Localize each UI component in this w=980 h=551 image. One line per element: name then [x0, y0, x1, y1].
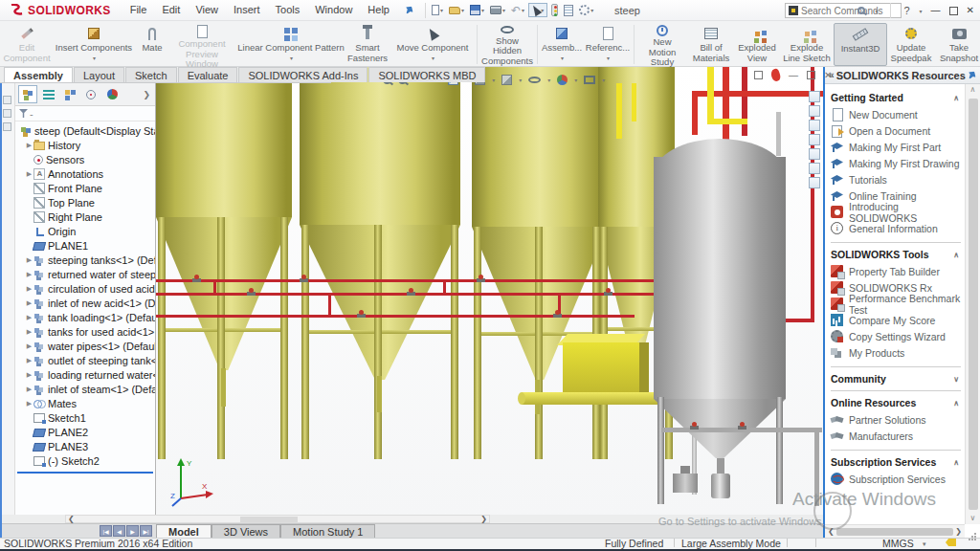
task-pane-horizontal-scrollbar[interactable]: ❮ ❯: [825, 524, 965, 538]
print-button[interactable]: ▾: [488, 5, 507, 15]
section-subscription-services[interactable]: Subscription Services∧: [831, 456, 961, 468]
expand-arrow-icon[interactable]: ▶: [25, 271, 33, 278]
update-speedpak-button[interactable]: Update Speedpak: [887, 23, 935, 66]
tree-filter-bar[interactable]: -: [15, 106, 155, 121]
move-component-button[interactable]: Move Component▾: [390, 23, 475, 66]
task-pane-item[interactable]: New Document: [831, 106, 963, 122]
help-button[interactable]: ?: [903, 5, 909, 16]
task-pane-item[interactable]: Property Tab Builder: [831, 263, 963, 279]
tree-item[interactable]: PLANE2: [15, 425, 155, 439]
chevron-down-icon[interactable]: ▾: [607, 54, 610, 64]
task-pane-item[interactable]: Introducing SOLIDWORKS: [831, 204, 963, 220]
task-pane-item[interactable]: Performance Benchmark Test: [831, 296, 963, 312]
expand-arrow-icon[interactable]: ▶: [25, 386, 33, 393]
previous-study-button[interactable]: ◀: [113, 525, 125, 537]
side-tool-icon[interactable]: [809, 177, 820, 188]
expand-arrow-icon[interactable]: ▶: [25, 142, 33, 149]
side-tool-icon[interactable]: [809, 120, 820, 131]
chevron-down-icon[interactable]: ▾: [547, 77, 550, 83]
explode-line-sketch-button[interactable]: Explode Line Sketch: [780, 23, 834, 66]
chevron-up-icon[interactable]: ∧: [953, 94, 961, 102]
new-document-button[interactable]: ▾: [430, 4, 445, 16]
tab-solidworks-mbd[interactable]: SOLIDWORKS MBD: [368, 67, 485, 82]
chevron-down-icon[interactable]: ∨: [953, 375, 961, 384]
tree-item[interactable]: PLANE3: [15, 439, 155, 453]
task-pane-vertical-scrollbar[interactable]: ∧ ∨: [965, 84, 980, 524]
menu-tools[interactable]: Tools: [268, 0, 308, 20]
tag-icon[interactable]: [946, 539, 956, 546]
expand-arrow-icon[interactable]: ▶: [25, 371, 33, 379]
minimize-button[interactable]: —: [931, 6, 941, 15]
scroll-left-icon[interactable]: ❮: [828, 528, 835, 536]
tab-motion-study-1[interactable]: Motion Study 1: [280, 524, 375, 538]
tree-item[interactable]: Right Plane: [15, 209, 155, 224]
tree-item[interactable]: Front Plane: [15, 181, 155, 195]
side-tool-icon[interactable]: [809, 105, 820, 117]
scroll-right-icon[interactable]: ❯: [480, 516, 487, 523]
pin-menu-icon[interactable]: [403, 4, 415, 16]
expand-arrow-icon[interactable]: ▶: [25, 285, 33, 293]
bill-of-materials-button[interactable]: Bill of Materials: [688, 23, 734, 66]
task-pane-item[interactable]: My Products: [831, 344, 963, 361]
tab-solidworks-add-ins[interactable]: SOLIDWORKS Add-Ins: [238, 67, 368, 82]
take-snapshot-button[interactable]: Take Snapshot: [935, 23, 980, 66]
side-tool-icon[interactable]: [809, 163, 820, 174]
menu-edit[interactable]: Edit: [154, 0, 188, 20]
search-scope-icon[interactable]: [789, 6, 798, 15]
tree-item[interactable]: ▶tank loading<1> (Default): [15, 310, 155, 324]
last-study-button[interactable]: ▶|: [140, 525, 152, 537]
file-properties-button[interactable]: [562, 4, 575, 17]
hide-show-items-icon[interactable]: [528, 77, 541, 83]
task-pane-item[interactable]: Manufacturers: [831, 428, 963, 444]
tab-model[interactable]: Model: [156, 524, 212, 538]
chevron-down-icon[interactable]: ▾: [920, 8, 923, 14]
chevron-up-icon[interactable]: ∧: [953, 399, 961, 408]
undo-button[interactable]: ↶▾: [509, 4, 526, 17]
tree-item[interactable]: (-) Sketch2: [15, 453, 155, 468]
expand-arrow-icon[interactable]: ▶: [25, 342, 33, 350]
chevron-down-icon[interactable]: ▾: [875, 8, 878, 14]
tab-layout[interactable]: Layout: [74, 67, 124, 82]
rollback-bar[interactable]: [17, 472, 153, 474]
first-study-button[interactable]: |◀: [100, 525, 112, 537]
expand-arrow-icon[interactable]: ▶: [25, 170, 33, 178]
scroll-left-icon[interactable]: ❮: [68, 516, 75, 523]
side-tool-icon[interactable]: [809, 148, 820, 160]
task-pane-item[interactable]: Copy Settings Wizard: [831, 328, 963, 344]
tree-item[interactable]: ▶inlet of new acid<1> (Default): [15, 296, 155, 310]
doc-restore-button[interactable]: [754, 71, 763, 79]
tree-item[interactable]: ▶steeping tanks<1> (Default): [15, 253, 155, 267]
chevron-down-icon[interactable]: ▾: [574, 77, 577, 83]
insert-components-button[interactable]: Insert Components▾: [50, 23, 138, 66]
tree-item[interactable]: ▶returned water of steeped corn<1: [15, 267, 155, 281]
menu-view[interactable]: View: [188, 0, 226, 20]
collapsed-toolbar-icon[interactable]: [3, 109, 11, 118]
scrollbar-thumb[interactable]: [836, 528, 954, 536]
menu-insert[interactable]: Insert: [226, 0, 268, 20]
tree-item[interactable]: ▶History: [15, 138, 155, 152]
chevron-up-icon[interactable]: ∧: [953, 251, 961, 259]
expand-arrow-icon[interactable]: ▶: [25, 314, 33, 321]
resize-grip[interactable]: [969, 539, 970, 540]
expand-arrow-icon[interactable]: ▶: [25, 299, 33, 307]
apply-scene-icon[interactable]: [584, 76, 595, 84]
chevron-down-icon[interactable]: ▾: [432, 54, 434, 64]
doc-close-button[interactable]: ✕: [824, 71, 832, 80]
scroll-right-icon[interactable]: ❯: [955, 528, 962, 536]
tab-dimxpert-manager[interactable]: [81, 85, 100, 103]
menu-window[interactable]: Window: [307, 0, 360, 20]
chevron-down-icon[interactable]: ▾: [93, 54, 96, 64]
units-selector[interactable]: MMGS: [882, 539, 914, 549]
exploded-view-button[interactable]: Exploded View: [734, 23, 780, 66]
tree-item[interactable]: ▶tanks for used acid<1> (Default): [15, 324, 155, 339]
3d-viewport[interactable]: Y X Z ▾ ↶▾ ▾ ▾ ▾ ▾ ▾ ▾: [156, 67, 823, 515]
scrollbar-thumb[interactable]: [969, 99, 978, 510]
display-style-icon[interactable]: [501, 75, 512, 85]
rebuild-button[interactable]: [549, 3, 560, 17]
tree-item[interactable]: Sketch1: [15, 410, 155, 425]
tab-assembly[interactable]: Assembly: [4, 67, 73, 82]
chevron-down-icon[interactable]: ▾: [290, 54, 293, 64]
task-pane-item[interactable]: Subscription Services: [831, 471, 963, 487]
doc-maximize-button[interactable]: [807, 71, 815, 79]
tree-item[interactable]: PLANE1: [15, 238, 155, 253]
